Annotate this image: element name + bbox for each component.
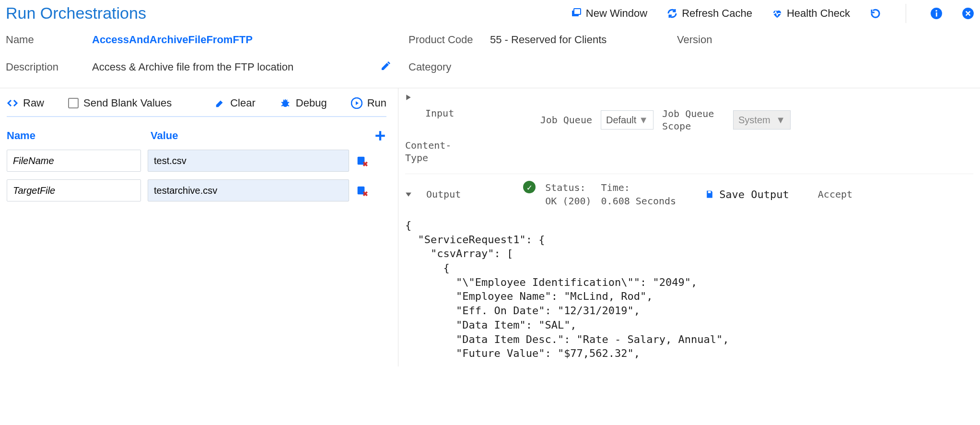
status-value: OK (200) [545, 194, 591, 208]
param-value-input[interactable] [148, 150, 349, 172]
chevron-down-icon: ▼ [639, 115, 648, 126]
send-blank-checkbox[interactable]: Send Blank Values [68, 97, 172, 109]
delete-row-icon[interactable]: ✖ [356, 155, 366, 166]
health-check-button[interactable]: Health Check [771, 7, 850, 20]
clear-button[interactable]: Clear [215, 97, 256, 109]
time-label: Time: [601, 181, 677, 194]
delete-row-icon[interactable]: ✖ [356, 185, 366, 196]
input-label: Input [425, 107, 478, 119]
svg-rect-12 [708, 191, 711, 193]
name-label: Name [6, 34, 92, 46]
run-label: Run [367, 97, 386, 109]
new-window-button[interactable]: New Window [571, 7, 647, 20]
chevron-down-icon: ▼ [776, 115, 785, 126]
param-row: ✖ [7, 150, 386, 172]
param-name-input[interactable] [7, 179, 141, 201]
raw-button[interactable]: Raw [7, 97, 44, 109]
col-name-header: Name [7, 130, 151, 142]
description-value: Access & Archive file from the FTP locat… [92, 61, 380, 73]
json-output: { "ServiceRequest1": { "csvArray": [ { "… [405, 214, 973, 361]
param-row: ✖ [7, 179, 386, 201]
job-queue-select[interactable]: Default ▼ [601, 110, 653, 130]
toolbar-divider [906, 4, 906, 23]
job-queue-label: Job Queue [540, 114, 592, 126]
job-queue-scope-value: System [738, 115, 770, 126]
run-button[interactable]: Run [351, 97, 386, 109]
category-label: Category [408, 61, 490, 73]
content-type-label: Content-Type [405, 139, 417, 164]
debug-label: Debug [296, 97, 327, 109]
svg-rect-1 [574, 9, 581, 14]
version-label: Version [677, 34, 749, 46]
svg-rect-9 [375, 135, 385, 137]
new-window-label: New Window [586, 7, 647, 20]
checkbox-icon [68, 98, 79, 108]
svg-point-4 [935, 10, 937, 12]
job-queue-scope-label: Job Queue Scope [662, 107, 724, 132]
expand-input-icon[interactable] [405, 94, 417, 101]
debug-button[interactable]: Debug [280, 97, 327, 109]
product-code-value: 55 - Reserved for Clients [490, 34, 677, 46]
heartbeat-icon [771, 8, 783, 19]
save-output-label: Save Output [719, 189, 789, 201]
refresh-icon [666, 8, 678, 19]
info-icon[interactable] [930, 7, 943, 20]
edit-icon[interactable] [380, 59, 392, 72]
refresh-cache-label: Refresh Cache [682, 7, 752, 20]
param-name-input[interactable] [7, 150, 141, 172]
save-output-button[interactable]: Save Output [705, 189, 789, 201]
description-label: Description [6, 61, 92, 73]
svg-point-6 [282, 100, 288, 107]
status-ok-icon: ✓ [523, 181, 536, 193]
output-label: Output [426, 189, 461, 200]
reload-icon[interactable] [869, 7, 882, 20]
svg-rect-3 [936, 12, 937, 17]
param-value-input[interactable] [148, 179, 349, 201]
collapse-output-icon[interactable] [405, 191, 412, 198]
clear-label: Clear [230, 97, 256, 109]
health-check-label: Health Check [787, 7, 850, 20]
status-label: Status: [545, 181, 591, 194]
window-icon [571, 8, 582, 19]
add-param-icon[interactable] [374, 130, 386, 142]
col-value-header: Value [151, 130, 374, 142]
name-value: AccessAndArchiveFileFromFTP [92, 34, 380, 46]
send-blank-label: Send Blank Values [83, 97, 172, 109]
job-queue-scope-select[interactable]: System ▼ [733, 110, 791, 130]
page-title: Run Orchestrations [6, 4, 146, 23]
close-icon[interactable] [962, 7, 974, 20]
time-value: 0.608 Seconds [601, 194, 677, 208]
refresh-cache-button[interactable]: Refresh Cache [666, 7, 752, 20]
raw-label: Raw [23, 97, 44, 109]
product-code-label: Product Code [408, 34, 490, 46]
accept-label: Accept [818, 189, 852, 200]
job-queue-value: Default [606, 115, 636, 126]
